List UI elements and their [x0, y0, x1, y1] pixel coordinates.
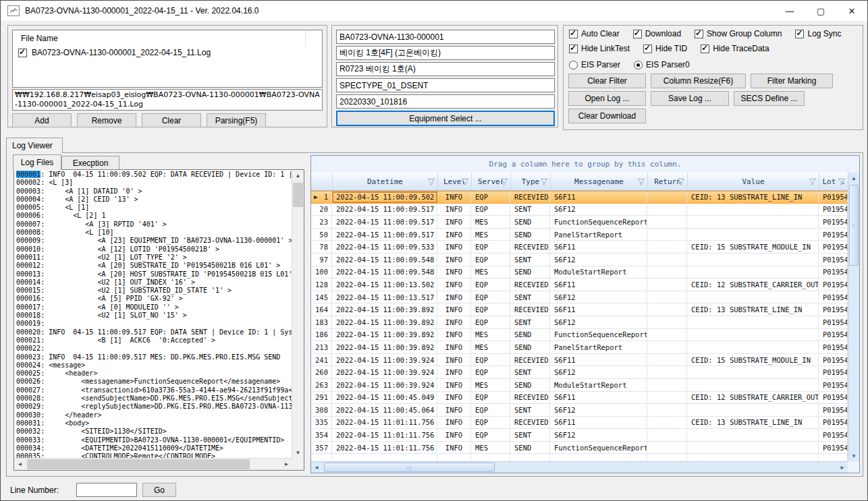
filter-funnel-icon[interactable]: [500, 178, 508, 185]
button-clear-filter[interactable]: Clear Filter: [568, 73, 646, 88]
log-hscroll-thumb[interactable]: [27, 459, 250, 469]
file-path-box[interactable]: ₩₩192.168.8.217₩eisap03_eislog₩BA0723-OV…: [12, 89, 323, 111]
grid-cell: P0195450: [819, 191, 848, 203]
file-button-add[interactable]: Add: [12, 113, 72, 127]
grid-column-header-type[interactable]: Type: [511, 173, 551, 190]
equipment-select-button[interactable]: Equipment Select ...: [336, 111, 555, 126]
grid-column-header-lot-i[interactable]: Lot i: [819, 173, 848, 190]
log-line: 000031: <body>: [16, 419, 292, 428]
tab-log-files[interactable]: Log Files: [13, 154, 61, 170]
table-row[interactable]: 3572022-04-15 11:01:11.756INFOMESSENDFun…: [311, 442, 848, 454]
minimize-button[interactable]: —: [774, 1, 805, 21]
grid-scroll-right-icon[interactable]: ►: [837, 462, 848, 473]
filter-funnel-icon[interactable]: [809, 178, 817, 185]
grid-column-header-value[interactable]: Value: [688, 173, 819, 190]
filter-funnel-icon[interactable]: [461, 178, 469, 185]
scroll-down-icon[interactable]: ▼: [292, 447, 304, 459]
file-button-remove[interactable]: Remove: [77, 113, 136, 127]
table-row[interactable]: 232022-04-15 11:00:09.517INFOMESSENDFunc…: [311, 216, 848, 229]
line-number-input[interactable]: [76, 483, 137, 497]
grid-scroll-down-icon[interactable]: ▼: [848, 450, 859, 461]
scroll-left-icon[interactable]: ◄: [14, 459, 26, 470]
checkbox-hide-linktest[interactable]: Hide LinkTest: [569, 44, 630, 53]
equipment-field-4[interactable]: SPECTYPE_01_DSENT: [336, 78, 555, 92]
table-row[interactable]: 1862022-04-15 11:00:39.892INFOMESSENDFun…: [311, 329, 848, 342]
checkbox-hide-tid[interactable]: Hide TID: [643, 44, 687, 53]
grid-column-header-datetime[interactable]: Datetime: [333, 173, 438, 190]
button-open-log-[interactable]: Open Log ...: [568, 91, 646, 106]
grid-scroll-left-icon[interactable]: ◄: [311, 462, 322, 473]
log-vscroll-thumb[interactable]: [293, 183, 303, 207]
table-row[interactable]: 1002022-04-15 11:00:09.548INFOMESSENDMod…: [311, 266, 848, 279]
equipment-field-2[interactable]: 베이킹 1호[4F] (고온베이킹): [336, 46, 555, 60]
table-row[interactable]: 2132022-04-15 11:00:39.892INFOMESSENDPan…: [311, 341, 848, 354]
grid-vscroll-thumb[interactable]: ≡: [849, 185, 859, 266]
file-button-parsing-f5-[interactable]: Parsing(F5): [207, 113, 266, 127]
go-button[interactable]: Go: [142, 483, 176, 497]
checkbox-download[interactable]: Download: [633, 29, 681, 38]
log-line: 000012: <A [20] SUBSTRATE_ID 'P019545002…: [16, 262, 292, 270]
table-row[interactable]: 2602022-04-15 11:00:39.924INFOEQPSENTS6F…: [311, 366, 848, 379]
table-row[interactable]: 3542022-04-15 11:01:11.756INFOEQPSENTS6F…: [311, 429, 848, 442]
filter-funnel-icon[interactable]: [838, 178, 846, 185]
button-clear-download[interactable]: Clear Download: [568, 109, 646, 123]
table-row[interactable]: 202022-04-15 11:00:09.517INFOEQPSENTS6F1…: [311, 204, 848, 216]
table-row[interactable]: ▶12022-04-15 11:00:09.502INFOEQPRECEVIED…: [311, 191, 848, 204]
grid-cell: [471, 454, 510, 461]
table-row[interactable]: 2632022-04-15 11:00:39.924INFOMESSENDMod…: [311, 379, 848, 392]
log-text-area[interactable]: 000001: INFO 04-15 11:00:09.502 EQP: DAT…: [13, 169, 304, 471]
checkbox-hide-tracedata[interactable]: Hide TraceData: [701, 44, 769, 53]
file-list[interactable]: File Name BA0723-OVNA-1130-000001_2022-0…: [12, 30, 323, 88]
grid-vertical-scrollbar[interactable]: ▲ ≡ ▼: [848, 173, 859, 461]
file-list-column-header[interactable]: File Name: [21, 34, 58, 43]
radio-eis-parser[interactable]: EIS Parser: [569, 60, 620, 69]
table-row[interactable]: 1282022-04-15 11:00:13.502INFOEQPRECEVIE…: [311, 278, 848, 291]
button-filter-marking[interactable]: Filter Marking: [751, 73, 833, 88]
table-row[interactable]: 3082022-04-15 11:00:45.064INFOEQPSENTS6F…: [311, 404, 848, 417]
file-button-clear[interactable]: Clear: [142, 113, 201, 127]
table-row[interactable]: 502022-04-15 11:00:09.517INFOMESSENDPane…: [311, 229, 848, 241]
radio-eis-parser0[interactable]: EIS Parser0: [634, 60, 690, 69]
button-save-log-[interactable]: Save Log ...: [651, 91, 729, 106]
scroll-up-icon[interactable]: ▲: [292, 170, 304, 181]
grid-hscroll-thumb[interactable]: |||: [324, 463, 495, 472]
scroll-right-icon[interactable]: ►: [281, 459, 292, 470]
table-row[interactable]: 1452022-04-15 11:00:13.517INFOEQPSENTS6F…: [311, 291, 848, 304]
checkbox-log-sync[interactable]: Log Sync: [795, 29, 841, 38]
file-checkbox[interactable]: [18, 49, 27, 57]
grid-group-by-bar[interactable]: Drag a column here to group by this colu…: [311, 156, 859, 173]
grid-column-header-server[interactable]: Server: [472, 173, 511, 190]
table-row[interactable]: 782022-04-15 11:00:09.533INFOEQPRECEVIED…: [311, 241, 848, 254]
grid-horizontal-scrollbar[interactable]: ◄ ||| ►: [311, 461, 848, 473]
grid-column-header-messagename[interactable]: Messagename: [551, 173, 648, 190]
filter-funnel-icon[interactable]: [637, 178, 645, 185]
button-column-resize-f6-[interactable]: Column Resize(F6): [651, 73, 746, 88]
checkbox-auto-clear[interactable]: Auto Clear: [569, 29, 620, 38]
button-secs-define-[interactable]: SECS Define ...: [734, 91, 805, 106]
grid-column-header-return[interactable]: Return: [648, 173, 688, 190]
maximize-button[interactable]: ▢: [805, 1, 836, 21]
tab-execption[interactable]: Execption: [61, 156, 119, 170]
table-row[interactable]: 3352022-04-15 11:01:11.756INFOEQPRECEVIE…: [311, 417, 848, 430]
close-button[interactable]: ✕: [836, 1, 867, 21]
grid-column-header-level[interactable]: Level: [438, 173, 472, 190]
grid-cell: P0195450: [819, 266, 848, 278]
table-row[interactable]: 2912022-04-15 11:00:45.049INFOEQPRECEVIE…: [311, 392, 848, 405]
grid-cell: INFO: [437, 429, 471, 441]
grid-scroll-up-icon[interactable]: ▲: [848, 173, 859, 183]
file-list-item[interactable]: BA0723-OVNA-1130-000001_2022-04-15_11.Lo…: [18, 48, 211, 57]
table-row[interactable]: 2412022-04-15 11:00:39.924INFOEQPRECEVIE…: [311, 354, 848, 367]
equipment-field-5[interactable]: 20220330_101816: [336, 94, 555, 109]
equipment-field-1[interactable]: BA0723-OVNA-1130-000001: [336, 30, 555, 44]
table-row[interactable]: 1642022-04-15 11:00:39.892INFOEQPRECEVIE…: [311, 303, 848, 316]
filter-funnel-icon[interactable]: [677, 178, 685, 185]
checkbox-show-group-column[interactable]: Show Group Column: [695, 29, 782, 38]
log-vertical-scrollbar[interactable]: ▲ ▼: [292, 170, 304, 459]
log-horizontal-scrollbar[interactable]: ◄ ►: [14, 458, 292, 470]
tab-log-viewer[interactable]: Log Viewer: [6, 138, 63, 153]
table-row[interactable]: 972022-04-15 11:00:09.548INFOEQPSENTS6F1…: [311, 254, 848, 266]
equipment-field-3[interactable]: R0723 베이킹 1호(A): [336, 62, 555, 76]
table-row[interactable]: 1832022-04-15 11:00:39.892INFOEQPSENTS6F…: [311, 316, 848, 329]
filter-funnel-icon[interactable]: [540, 178, 548, 185]
filter-funnel-icon[interactable]: [427, 178, 435, 185]
